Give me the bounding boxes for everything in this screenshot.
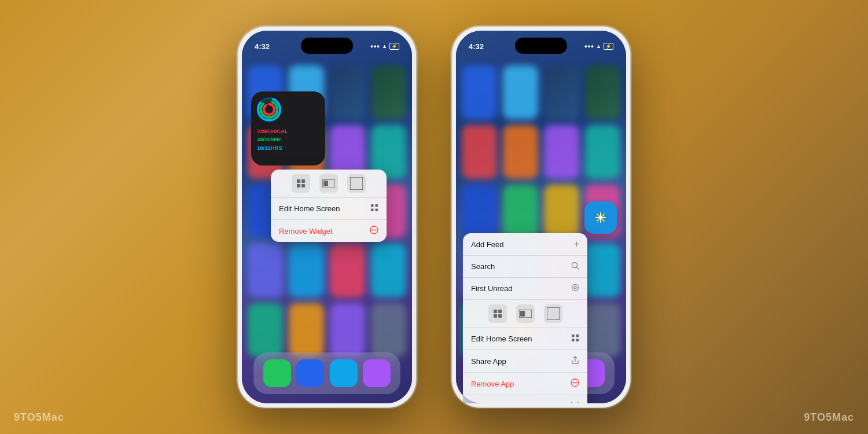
context-menu-left: Edit Home Screen Remove Widget xyxy=(271,170,387,242)
grid-icon xyxy=(296,178,306,189)
svg-rect-38 xyxy=(572,339,575,342)
grid-icon xyxy=(492,308,503,319)
svg-rect-36 xyxy=(572,334,575,337)
large-icon xyxy=(547,307,560,320)
svg-rect-30 xyxy=(498,310,502,313)
svg-point-5 xyxy=(264,104,274,115)
status-icons-right: ●●● ▲ ⚡ xyxy=(584,43,613,50)
status-time-left: 4:32 xyxy=(255,42,270,51)
dynamic-island-right xyxy=(515,38,567,54)
require-face-id[interactable]: Require Face ID xyxy=(463,395,587,403)
medium-icon xyxy=(519,310,532,318)
grid-icon xyxy=(370,204,378,214)
dock-app-2[interactable] xyxy=(296,359,324,387)
netnewswire-icon xyxy=(591,208,610,227)
medium-icon xyxy=(322,179,335,187)
plus-icon: + xyxy=(574,239,579,249)
widget-size-selector-right xyxy=(463,300,587,328)
featured-app-icon[interactable] xyxy=(584,201,617,234)
status-time-right: 4:32 xyxy=(469,42,484,51)
svg-rect-35 xyxy=(547,307,560,320)
share-icon xyxy=(571,356,579,366)
svg-rect-9 xyxy=(301,184,305,187)
svg-rect-16 xyxy=(376,209,378,212)
svg-point-27 xyxy=(572,285,579,291)
edit-home-screen-right[interactable]: Edit Home Screen xyxy=(463,328,587,350)
activity-rings xyxy=(257,97,281,122)
phone-left: 4:32 ●●● ▲ ⚡ xyxy=(237,26,417,408)
remove-widget[interactable]: Remove Widget xyxy=(271,220,387,242)
dock-left xyxy=(253,352,400,394)
face-id-icon xyxy=(571,401,579,403)
svg-rect-6 xyxy=(297,179,300,183)
minus-circle-icon xyxy=(370,226,378,236)
svg-rect-15 xyxy=(371,209,374,212)
add-feed[interactable]: Add Feed + xyxy=(463,233,587,256)
svg-rect-32 xyxy=(498,314,502,318)
svg-point-28 xyxy=(574,286,576,289)
svg-point-24 xyxy=(599,216,602,219)
size-medium-right[interactable] xyxy=(516,304,535,323)
exercise-stat: 48/30MIN xyxy=(257,135,319,144)
svg-line-26 xyxy=(577,267,579,270)
svg-rect-13 xyxy=(371,204,374,207)
edit-home-screen-left[interactable]: Edit Home Screen xyxy=(271,198,387,220)
remove-app[interactable]: Remove App xyxy=(463,373,587,395)
svg-rect-34 xyxy=(520,311,525,317)
size-small-left[interactable] xyxy=(292,174,310,193)
search-icon xyxy=(571,262,579,271)
dock-app-1[interactable] xyxy=(263,359,291,387)
svg-rect-7 xyxy=(301,179,305,183)
svg-rect-29 xyxy=(494,310,497,313)
size-large-right[interactable] xyxy=(544,304,562,323)
search-menu[interactable]: Search xyxy=(463,256,587,278)
watermark-left: 9TO5Mac xyxy=(14,411,64,424)
activity-widget[interactable]: 749/500CAL 48/30MIN 10/12HRS xyxy=(251,91,325,165)
widget-size-selector-left xyxy=(271,170,387,198)
svg-rect-12 xyxy=(350,177,363,190)
activity-stats: 749/500CAL 48/30MIN 10/12HRS xyxy=(257,127,319,152)
move-stat: 749/500CAL xyxy=(257,127,319,135)
status-icons-left: ●●● ▲ ⚡ xyxy=(370,43,399,50)
large-icon xyxy=(350,177,363,190)
edit-icon xyxy=(571,334,579,344)
size-large-left[interactable] xyxy=(347,174,366,193)
share-app[interactable]: Share App xyxy=(463,350,587,373)
svg-rect-31 xyxy=(494,314,497,318)
svg-rect-39 xyxy=(576,339,579,342)
size-small-right[interactable] xyxy=(488,304,507,323)
context-menu-right: Add Feed + Search First Unread xyxy=(463,233,587,403)
dock-app-4[interactable] xyxy=(363,359,391,387)
svg-rect-11 xyxy=(323,181,328,186)
remove-icon xyxy=(571,378,579,389)
dynamic-island-left xyxy=(301,38,353,54)
dock-app-3[interactable] xyxy=(330,359,358,387)
unread-icon xyxy=(571,284,579,293)
first-unread[interactable]: First Unread xyxy=(463,278,587,300)
svg-rect-14 xyxy=(376,204,378,207)
size-medium-left[interactable] xyxy=(319,174,338,193)
svg-rect-37 xyxy=(576,334,579,337)
svg-rect-8 xyxy=(297,184,300,187)
stand-stat: 10/12HRS xyxy=(257,144,319,152)
phone-right: 4:32 ●●● ▲ ⚡ xyxy=(451,26,631,408)
watermark-right: 9TO5Mac xyxy=(804,411,854,424)
